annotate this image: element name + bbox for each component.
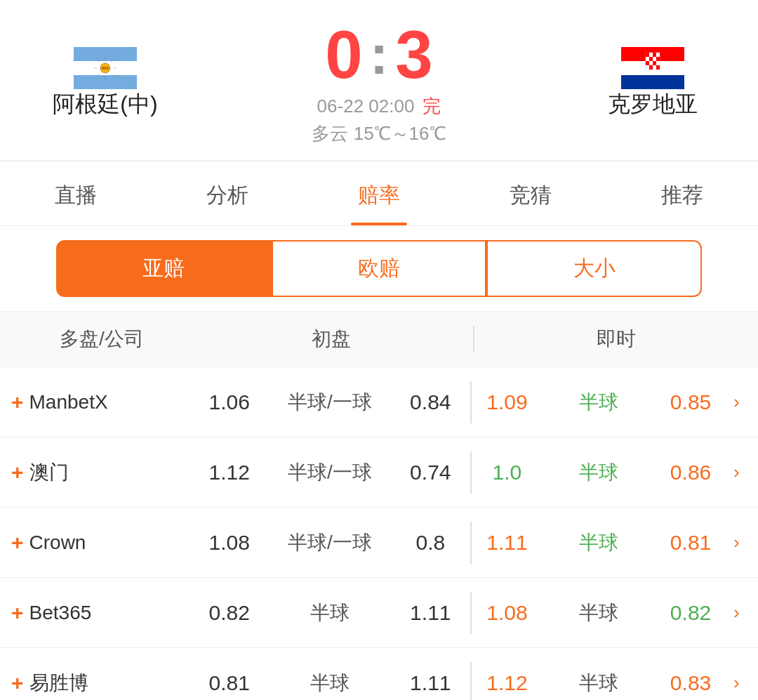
- croatia-flag: [621, 47, 684, 89]
- svg-rect-16: [646, 53, 649, 57]
- rt-handicap: 半球: [550, 670, 648, 696]
- plus-icon[interactable]: +: [11, 601, 24, 625]
- sub-tabs: 亚赔 欧赔 大小: [0, 226, 758, 311]
- plus-icon[interactable]: +: [11, 461, 24, 484]
- tab-odds[interactable]: 赔率: [303, 161, 455, 225]
- svg-rect-18: [653, 53, 656, 57]
- tab-analysis[interactable]: 分析: [152, 161, 303, 225]
- header-realtime: 即时: [474, 326, 758, 352]
- company-cell-crown: + Crown: [0, 531, 190, 555]
- rt-right-val: 0.86: [663, 461, 719, 484]
- rt-handicap: 半球: [550, 389, 648, 416]
- arrow-icon[interactable]: ›: [733, 531, 745, 553]
- score-left: 0: [325, 21, 362, 88]
- company-cell-manbetx: + ManbetX: [0, 390, 190, 414]
- score-colon: :: [370, 27, 389, 83]
- table-header: 多盘/公司 初盘 即时: [0, 311, 758, 367]
- team-right-name: 克罗地亚: [608, 89, 698, 120]
- tab-live[interactable]: 直播: [0, 161, 152, 225]
- init-left-val: 1.12: [201, 461, 258, 484]
- rt-handicap: 半球: [550, 459, 648, 486]
- company-cell-macau: + 澳门: [0, 459, 190, 486]
- initial-odds-crown: 1.08 半球/一球 0.8: [190, 529, 470, 556]
- table-row: + 易胜博 0.81 半球 1.11 1.12 半球 0.83 ›: [0, 648, 758, 700]
- init-handicap: 半球: [281, 670, 379, 696]
- rt-right-val: 0.85: [663, 390, 719, 414]
- tab-predict[interactable]: 竞猜: [455, 161, 606, 225]
- arrow-icon[interactable]: ›: [733, 672, 745, 694]
- nav-tabs: 直播 分析 赔率 竞猜 推荐: [0, 161, 758, 226]
- initial-odds-bet365: 0.82 半球 1.11: [190, 600, 470, 626]
- company-name: 澳门: [29, 459, 69, 486]
- realtime-odds-bet365: 1.08 半球 0.82 ›: [472, 600, 758, 626]
- sub-tab-asia[interactable]: 亚赔: [56, 240, 272, 297]
- table-row: + ManbetX 1.06 半球/一球 0.84 1.09 半球 0.85 ›: [0, 367, 758, 437]
- init-left-val: 0.82: [201, 601, 258, 625]
- svg-text:AFA: AFA: [102, 66, 109, 70]
- team-right: 克罗地亚: [561, 47, 744, 120]
- match-weather: 多云 15℃～16℃: [312, 121, 446, 146]
- realtime-odds-crown: 1.11 半球 0.81 ›: [472, 529, 758, 556]
- match-info: 06-22 02:00 完: [317, 94, 441, 119]
- arrow-icon[interactable]: ›: [733, 602, 745, 623]
- rt-left-val: 1.11: [479, 531, 535, 555]
- company-name: Bet365: [29, 602, 92, 624]
- svg-rect-20: [646, 57, 649, 61]
- company-cell-bet365: + Bet365: [0, 601, 190, 625]
- svg-rect-21: [649, 57, 653, 61]
- odds-table: 多盘/公司 初盘 即时 + ManbetX 1.06 半球/一球 0.84 1.…: [0, 311, 758, 700]
- init-right-val: 0.84: [402, 390, 458, 414]
- header-initial: 初盘: [190, 326, 473, 352]
- company-name: ManbetX: [29, 391, 108, 414]
- rt-handicap: 半球: [550, 529, 648, 556]
- svg-rect-24: [646, 61, 649, 65]
- argentina-flag: AFA: [74, 47, 137, 89]
- company-name: Crown: [29, 531, 86, 554]
- sub-tab-size[interactable]: 大小: [486, 240, 702, 297]
- realtime-odds-manbetx: 1.09 半球 0.85 ›: [472, 389, 758, 416]
- init-right-val: 1.11: [402, 671, 458, 695]
- svg-rect-14: [621, 75, 684, 89]
- arrow-icon[interactable]: ›: [733, 391, 745, 413]
- rt-right-val: 0.82: [663, 601, 719, 625]
- init-left-val: 0.81: [201, 671, 258, 695]
- rt-left-val: 1.08: [479, 601, 535, 625]
- svg-rect-29: [649, 65, 653, 70]
- svg-rect-28: [646, 65, 649, 70]
- sub-tab-europe[interactable]: 欧赔: [272, 240, 487, 297]
- svg-rect-19: [656, 53, 660, 57]
- company-cell-yishenbo: + 易胜博: [0, 670, 190, 696]
- initial-odds-yishenbo: 0.81 半球 1.11: [190, 670, 470, 696]
- rt-right-val: 0.83: [663, 671, 719, 695]
- init-handicap: 半球/一球: [281, 389, 379, 416]
- rt-left-val: 1.12: [479, 671, 535, 695]
- team-left-name: 阿根廷(中): [53, 89, 157, 120]
- rt-right-val: 0.81: [663, 531, 719, 555]
- match-center: 0 : 3 06-22 02:00 完 多云 15℃～16℃: [197, 21, 561, 146]
- plus-icon[interactable]: +: [11, 390, 24, 414]
- svg-rect-23: [656, 57, 660, 61]
- company-name: 易胜博: [29, 670, 88, 696]
- svg-rect-31: [656, 65, 660, 70]
- init-handicap: 半球: [281, 600, 379, 626]
- arrow-icon[interactable]: ›: [733, 461, 745, 483]
- plus-icon[interactable]: +: [11, 531, 24, 555]
- initial-odds-macau: 1.12 半球/一球 0.74: [190, 459, 470, 486]
- tab-recommend[interactable]: 推荐: [606, 161, 758, 225]
- svg-rect-26: [653, 61, 656, 65]
- init-handicap: 半球/一球: [281, 529, 379, 556]
- svg-rect-22: [653, 57, 656, 61]
- svg-rect-17: [649, 53, 653, 57]
- init-right-val: 0.74: [402, 461, 458, 484]
- plus-icon[interactable]: +: [11, 671, 24, 695]
- table-row: + Crown 1.08 半球/一球 0.8 1.11 半球 0.81 ›: [0, 508, 758, 578]
- initial-odds-manbetx: 1.06 半球/一球 0.84: [190, 389, 470, 416]
- svg-rect-25: [649, 61, 653, 65]
- init-left-val: 1.08: [201, 531, 258, 555]
- team-left: AFA 阿根廷(中): [14, 47, 197, 120]
- table-row: + 澳门 1.12 半球/一球 0.74 1.0 半球 0.86 ›: [0, 437, 758, 508]
- table-row: + Bet365 0.82 半球 1.11 1.08 半球 0.82 ›: [0, 578, 758, 648]
- realtime-odds-yishenbo: 1.12 半球 0.83 ›: [472, 670, 758, 696]
- init-handicap: 半球/一球: [281, 459, 379, 486]
- score-right: 3: [395, 21, 432, 88]
